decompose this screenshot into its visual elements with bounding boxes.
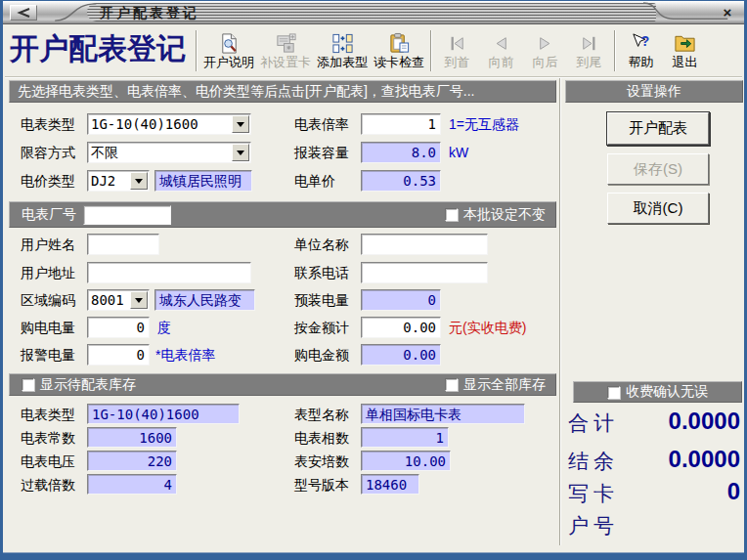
operations-header-label: 设置操作 (627, 83, 681, 101)
phases-field: 1 (361, 427, 449, 448)
limit-mode-combobox[interactable]: 不限 (87, 142, 251, 163)
batch-fixed-checkbox-label: 本批设定不变 (463, 206, 546, 224)
svg-text:?: ? (640, 33, 649, 49)
toolbar-button-exit[interactable]: 退出 (663, 30, 707, 71)
balance-label: 结余 (568, 448, 619, 475)
meter-const-label: 电表常数 (21, 427, 75, 449)
area-code-label: 区域编码 (21, 289, 75, 311)
combobox-value: 不限 (88, 143, 231, 162)
write-card-value: 0 (727, 478, 740, 505)
total-value: 0.0000 (669, 408, 740, 435)
unit-name-label: 单位名称 (294, 234, 349, 255)
instruction-bar: 先选择电表类型、电表倍率、电价类型等后点击[开户配表]，查找电表厂号... (9, 80, 556, 103)
price-type-combobox[interactable]: DJ2 (87, 170, 150, 192)
operations-panel: 设置操作 开户配表 保存(S) 取消(C) 收费确认无误 合计 0.0000 结… (562, 78, 746, 545)
unit-price-label: 电单价 (294, 170, 335, 192)
phone-label: 联系电话 (294, 262, 349, 283)
arrow-first-icon (446, 32, 468, 55)
toolbar-button-label: 向前 (489, 55, 514, 70)
close-button[interactable]: × (717, 3, 738, 22)
show-pending-stock-label: 显示待配表库存 (40, 376, 136, 394)
buy-amount-label: 购电金额 (294, 344, 349, 366)
area-code-desc-field: 城东人民路变 (154, 289, 255, 311)
summary-row-account-no: 户号 (562, 512, 744, 541)
help-pointer-icon: ? (630, 32, 652, 55)
show-all-stock-checkbox[interactable] (445, 378, 458, 391)
toolbar-button-prev[interactable]: 向前 (479, 30, 523, 71)
buy-energy-input[interactable] (87, 317, 150, 338)
model-name-label: 表型名称 (294, 404, 349, 425)
system-menu-button[interactable] (10, 5, 37, 21)
unit-name-input[interactable] (361, 234, 488, 255)
overload-label: 过载倍数 (21, 474, 75, 495)
user-name-input[interactable] (87, 234, 159, 255)
toolbar-button-open-instructions[interactable]: 开户说明 (200, 30, 257, 71)
meter-ratio-input[interactable] (361, 113, 441, 135)
batch-fixed-checkbox[interactable] (445, 208, 458, 221)
price-type-label: 电价类型 (21, 170, 75, 192)
app-window: 开户配表登记 × 开户配表登记 开户说明 (0, 0, 747, 560)
meter-type-combobox[interactable]: 1G-10(40)1600 (87, 113, 251, 135)
titlebar: 开户配表登记 × (3, 1, 744, 24)
factory-number-input[interactable] (83, 205, 171, 225)
limit-mode-label: 限容方式 (21, 142, 75, 163)
cancel-button[interactable]: 取消(C) (607, 193, 709, 224)
operations-header-bar: 设置操作 (565, 80, 743, 103)
model-name-field: 单相国标电卡表 (361, 404, 525, 424)
add-meter-type-icon (331, 32, 354, 55)
user-name-label: 用户姓名 (21, 234, 75, 255)
toolbar-button-label: 帮助 (629, 55, 654, 70)
arrow-prev-icon (490, 32, 512, 55)
toolbar-button-add-meter-type[interactable]: 添加表型 (314, 30, 371, 71)
toolbar-button-label: 添加表型 (317, 55, 368, 70)
factory-number-bar: 电表厂号 本批设定不变 (9, 201, 556, 228)
show-pending-stock-checkbox[interactable] (22, 378, 34, 391)
chevron-down-icon[interactable] (130, 172, 148, 190)
unit-price-field: 0.53 (361, 170, 441, 192)
model-version-label: 型号版本 (294, 474, 349, 495)
meter-ratio-label: 电表倍率 (294, 113, 349, 135)
stock-bar: 显示待配表库存 显示全部库存 (9, 373, 556, 396)
toolbar-button-next[interactable]: 向后 (523, 30, 567, 71)
phone-input[interactable] (361, 262, 488, 283)
toolbar-button-label: 退出 (673, 55, 698, 70)
toolbar-button-supplement-card[interactable]: 补设置卡 (257, 30, 314, 71)
alarm-energy-input[interactable] (87, 344, 150, 366)
toolbar-button-last[interactable]: 到尾 (567, 30, 611, 71)
buy-energy-unit-hint: 度 (157, 317, 171, 338)
user-addr-input[interactable] (87, 262, 251, 283)
capacity-field: 8.0 (361, 142, 441, 163)
chevron-down-icon[interactable] (130, 291, 148, 309)
account-no-label: 户号 (568, 512, 619, 539)
area-code-combobox[interactable]: 8001 (87, 289, 150, 311)
save-button[interactable]: 保存(S) (607, 153, 709, 185)
factory-number-label: 电表厂号 (22, 206, 76, 224)
preload-energy-field: 0 (361, 289, 441, 311)
summary-row-total: 合计 0.0000 (562, 409, 744, 439)
card-setup-icon (275, 32, 297, 55)
by-amount-input[interactable] (361, 317, 441, 338)
capacity-unit-hint: kW (449, 142, 468, 163)
by-amount-hint: 元(实收电费) (449, 317, 526, 338)
toolbar-separator (430, 30, 432, 71)
toolbar-button-label: 到尾 (577, 55, 602, 70)
toolbar-button-label: 向后 (533, 55, 558, 70)
show-all-stock-label: 显示全部库存 (463, 376, 546, 394)
preload-energy-label: 预装电量 (294, 289, 349, 311)
voltage-label: 电表电压 (21, 451, 75, 472)
capacity-label: 报装容量 (294, 142, 349, 163)
summary-row-balance: 结余 0.0000 (562, 448, 744, 477)
stock-meter-type-label: 电表类型 (21, 404, 75, 425)
toolbar-button-label: 补设置卡 (260, 55, 311, 70)
toolbar-button-help[interactable]: ? 帮助 (619, 30, 663, 71)
clipboard-check-icon (388, 32, 411, 55)
fee-confirm-checkbox[interactable] (607, 386, 620, 399)
combobox-value: 8001 (88, 290, 129, 310)
toolbar-button-first[interactable]: 到首 (435, 30, 479, 71)
chevron-down-icon[interactable] (232, 144, 249, 161)
meter-type-label: 电表类型 (21, 113, 75, 135)
toolbar-button-read-card-check[interactable]: 读卡检查 (371, 30, 427, 71)
fee-confirm-bar: 收费确认无误 (573, 381, 742, 403)
assign-meter-button[interactable]: 开户配表 (607, 112, 709, 145)
chevron-down-icon[interactable] (232, 115, 249, 133)
